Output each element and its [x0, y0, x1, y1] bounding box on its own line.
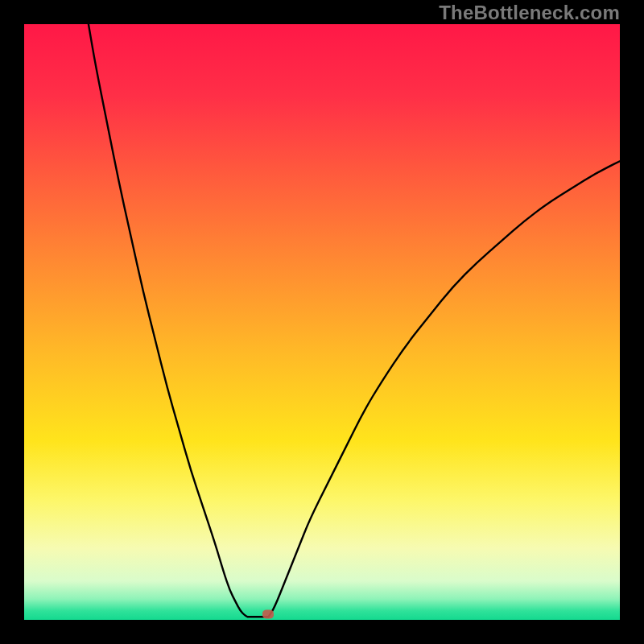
watermark-text: TheBottleneck.com — [439, 2, 620, 24]
plot-area — [24, 24, 620, 620]
marker-dot — [262, 610, 274, 619]
gradient-background — [24, 24, 620, 620]
chart-frame: TheBottleneck.com — [0, 0, 644, 644]
chart-svg — [24, 24, 620, 620]
